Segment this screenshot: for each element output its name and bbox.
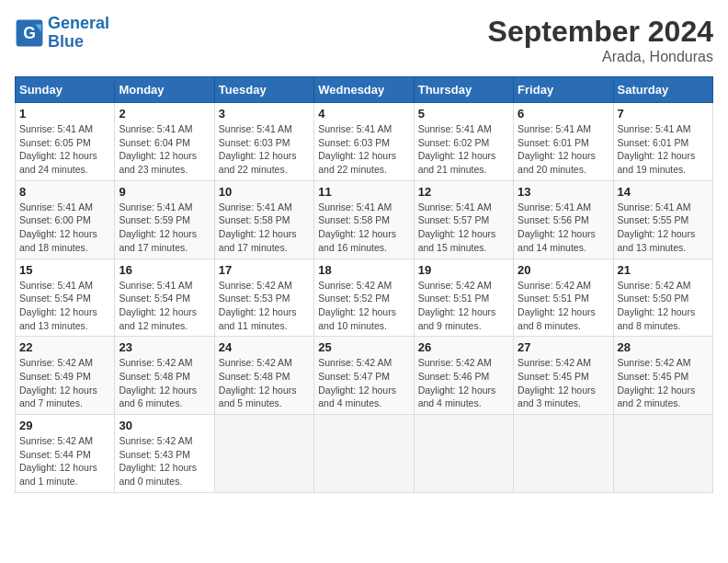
svg-text:G: G	[23, 24, 36, 42]
day-cell: 28Sunrise: 5:42 AM Sunset: 5:45 PM Dayli…	[613, 337, 712, 415]
day-number: 20	[518, 263, 609, 277]
day-cell: 14Sunrise: 5:41 AM Sunset: 5:55 PM Dayli…	[613, 180, 712, 259]
day-cell: 20Sunrise: 5:42 AM Sunset: 5:51 PM Dayli…	[514, 259, 613, 337]
day-info: Sunrise: 5:42 AM Sunset: 5:46 PM Dayligh…	[418, 356, 509, 410]
day-info: Sunrise: 5:41 AM Sunset: 5:58 PM Dayligh…	[219, 201, 310, 255]
calendar-header-row: SundayMondayTuesdayWednesdayThursdayFrid…	[16, 77, 713, 103]
day-info: Sunrise: 5:42 AM Sunset: 5:49 PM Dayligh…	[19, 356, 110, 410]
day-number: 21	[618, 263, 709, 277]
day-cell: 10Sunrise: 5:41 AM Sunset: 5:58 PM Dayli…	[214, 180, 313, 259]
day-cell: 17Sunrise: 5:42 AM Sunset: 5:53 PM Dayli…	[214, 259, 313, 337]
day-cell: 2Sunrise: 5:41 AM Sunset: 6:04 PM Daylig…	[115, 103, 214, 181]
day-cell: 21Sunrise: 5:42 AM Sunset: 5:50 PM Dayli…	[613, 259, 712, 337]
week-row-1: 1Sunrise: 5:41 AM Sunset: 6:05 PM Daylig…	[16, 103, 713, 181]
day-info: Sunrise: 5:42 AM Sunset: 5:48 PM Dayligh…	[119, 356, 210, 410]
week-row-5: 29Sunrise: 5:42 AM Sunset: 5:44 PM Dayli…	[16, 415, 713, 493]
week-row-4: 22Sunrise: 5:42 AM Sunset: 5:49 PM Dayli…	[16, 337, 713, 415]
day-info: Sunrise: 5:41 AM Sunset: 5:55 PM Dayligh…	[618, 201, 709, 255]
day-number: 15	[19, 263, 110, 277]
day-info: Sunrise: 5:41 AM Sunset: 5:56 PM Dayligh…	[518, 201, 609, 255]
day-info: Sunrise: 5:41 AM Sunset: 6:05 PM Dayligh…	[19, 122, 110, 177]
day-cell: 11Sunrise: 5:41 AM Sunset: 5:58 PM Dayli…	[314, 180, 414, 259]
day-cell: 23Sunrise: 5:42 AM Sunset: 5:48 PM Dayli…	[115, 337, 214, 415]
day-number: 5	[418, 107, 509, 121]
day-cell: 15Sunrise: 5:41 AM Sunset: 5:54 PM Dayli…	[16, 259, 115, 337]
col-header-friday: Friday	[514, 77, 613, 103]
day-cell: 8Sunrise: 5:41 AM Sunset: 6:00 PM Daylig…	[16, 180, 115, 259]
day-number: 14	[618, 185, 709, 199]
day-number: 16	[119, 263, 210, 277]
day-number: 29	[19, 419, 110, 432]
logo-icon: G	[15, 18, 44, 48]
day-info: Sunrise: 5:41 AM Sunset: 6:04 PM Dayligh…	[119, 122, 210, 177]
col-header-wednesday: Wednesday	[314, 77, 414, 103]
day-cell: 18Sunrise: 5:42 AM Sunset: 5:52 PM Dayli…	[314, 259, 414, 337]
day-info: Sunrise: 5:42 AM Sunset: 5:50 PM Dayligh…	[618, 279, 709, 333]
day-number: 13	[518, 185, 609, 199]
day-cell: 26Sunrise: 5:42 AM Sunset: 5:46 PM Dayli…	[414, 337, 513, 415]
col-header-thursday: Thursday	[414, 77, 513, 103]
day-info: Sunrise: 5:41 AM Sunset: 6:01 PM Dayligh…	[518, 122, 609, 177]
day-cell	[414, 415, 513, 493]
day-cell: 7Sunrise: 5:41 AM Sunset: 6:01 PM Daylig…	[613, 103, 712, 181]
day-number: 27	[518, 340, 609, 354]
day-cell: 27Sunrise: 5:42 AM Sunset: 5:45 PM Dayli…	[514, 337, 613, 415]
logo-general: General	[48, 14, 109, 32]
day-cell: 12Sunrise: 5:41 AM Sunset: 5:57 PM Dayli…	[414, 180, 513, 259]
day-number: 12	[418, 185, 509, 199]
logo-blue: Blue	[48, 32, 84, 51]
day-cell: 29Sunrise: 5:42 AM Sunset: 5:44 PM Dayli…	[16, 415, 115, 493]
day-number: 26	[418, 340, 509, 354]
day-cell: 24Sunrise: 5:42 AM Sunset: 5:48 PM Dayli…	[214, 337, 313, 415]
day-cell: 9Sunrise: 5:41 AM Sunset: 5:59 PM Daylig…	[115, 180, 214, 259]
day-cell: 6Sunrise: 5:41 AM Sunset: 6:01 PM Daylig…	[514, 103, 613, 181]
day-info: Sunrise: 5:42 AM Sunset: 5:51 PM Dayligh…	[518, 279, 609, 333]
day-number: 10	[219, 185, 310, 199]
day-info: Sunrise: 5:42 AM Sunset: 5:44 PM Dayligh…	[19, 434, 110, 488]
day-cell: 16Sunrise: 5:41 AM Sunset: 5:54 PM Dayli…	[115, 259, 214, 337]
day-number: 9	[119, 185, 210, 199]
day-number: 6	[518, 107, 609, 121]
col-header-tuesday: Tuesday	[214, 77, 313, 103]
col-header-sunday: Sunday	[16, 77, 115, 103]
col-header-monday: Monday	[115, 77, 214, 103]
day-cell: 1Sunrise: 5:41 AM Sunset: 6:05 PM Daylig…	[16, 103, 115, 181]
day-info: Sunrise: 5:42 AM Sunset: 5:52 PM Dayligh…	[318, 279, 409, 333]
day-number: 18	[318, 263, 409, 277]
day-info: Sunrise: 5:41 AM Sunset: 5:59 PM Dayligh…	[119, 201, 210, 255]
day-info: Sunrise: 5:41 AM Sunset: 6:03 PM Dayligh…	[219, 122, 310, 177]
logo: G General Blue	[15, 15, 109, 52]
day-info: Sunrise: 5:41 AM Sunset: 5:57 PM Dayligh…	[418, 201, 509, 255]
day-cell: 22Sunrise: 5:42 AM Sunset: 5:49 PM Dayli…	[16, 337, 115, 415]
calendar-table: SundayMondayTuesdayWednesdayThursdayFrid…	[15, 76, 713, 493]
day-info: Sunrise: 5:42 AM Sunset: 5:45 PM Dayligh…	[518, 356, 609, 410]
day-number: 2	[119, 107, 210, 121]
page-header: G General Blue September 2024 Arada, Hon…	[15, 15, 713, 65]
day-number: 25	[318, 340, 409, 354]
day-info: Sunrise: 5:41 AM Sunset: 6:02 PM Dayligh…	[418, 122, 509, 177]
day-number: 3	[219, 107, 310, 121]
day-info: Sunrise: 5:41 AM Sunset: 5:58 PM Dayligh…	[318, 201, 409, 255]
location-subtitle: Arada, Honduras	[488, 49, 713, 65]
day-info: Sunrise: 5:41 AM Sunset: 6:03 PM Dayligh…	[318, 122, 409, 177]
day-info: Sunrise: 5:42 AM Sunset: 5:43 PM Dayligh…	[119, 434, 210, 488]
day-info: Sunrise: 5:41 AM Sunset: 5:54 PM Dayligh…	[119, 279, 210, 333]
col-header-saturday: Saturday	[613, 77, 712, 103]
day-cell	[514, 415, 613, 493]
day-info: Sunrise: 5:41 AM Sunset: 6:00 PM Dayligh…	[19, 201, 110, 255]
day-info: Sunrise: 5:42 AM Sunset: 5:51 PM Dayligh…	[418, 279, 509, 333]
title-block: September 2024 Arada, Honduras	[488, 15, 713, 65]
day-number: 7	[618, 107, 709, 121]
day-cell	[214, 415, 313, 493]
day-info: Sunrise: 5:42 AM Sunset: 5:47 PM Dayligh…	[318, 356, 409, 410]
day-info: Sunrise: 5:41 AM Sunset: 5:54 PM Dayligh…	[19, 279, 110, 333]
day-cell: 19Sunrise: 5:42 AM Sunset: 5:51 PM Dayli…	[414, 259, 513, 337]
week-row-2: 8Sunrise: 5:41 AM Sunset: 6:00 PM Daylig…	[16, 180, 713, 259]
day-cell: 3Sunrise: 5:41 AM Sunset: 6:03 PM Daylig…	[214, 103, 313, 181]
day-info: Sunrise: 5:42 AM Sunset: 5:45 PM Dayligh…	[618, 356, 709, 410]
day-cell	[314, 415, 414, 493]
day-number: 8	[19, 185, 110, 199]
day-number: 17	[219, 263, 310, 277]
day-number: 22	[19, 340, 110, 354]
day-number: 4	[318, 107, 409, 121]
